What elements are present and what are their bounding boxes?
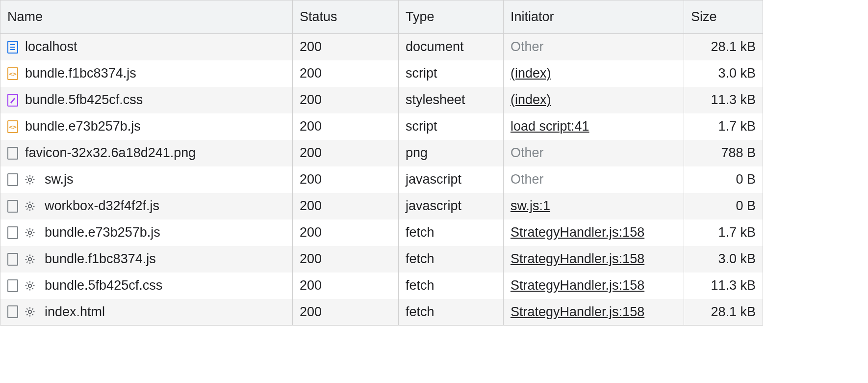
network-row[interactable]: bundle.5fb425cf.css200stylesheet(index)1… [0,87,763,113]
initiator-cell[interactable]: (index) [504,60,684,87]
svg-line-47 [32,261,33,262]
script-file-icon: <> [7,67,18,80]
column-header-type[interactable]: Type [399,0,504,34]
name-cell[interactable]: sw.js [0,166,293,193]
status-cell: 200 [293,166,399,193]
network-row[interactable]: bundle.5fb425cf.css200fetchStrategyHandl… [0,273,763,299]
table-header-row: Name Status Type Initiator Size [0,0,763,34]
svg-line-19 [32,176,33,177]
resource-name: bundle.e73b257b.js [25,119,141,134]
svg-line-67 [32,314,33,315]
network-row[interactable]: bundle.e73b257b.js200fetchStrategyHandle… [0,219,763,246]
status-cell: 200 [293,60,399,87]
svg-line-68 [26,314,27,315]
size-cell: 1.7 kB [684,113,763,140]
initiator-text: Other [511,39,544,54]
name-cell[interactable]: workbox-d32f4f2f.js [0,193,293,219]
resource-name: bundle.5fb425cf.css [45,278,162,293]
type-cell: javascript [399,193,504,219]
column-header-size[interactable]: Size [684,0,763,34]
gear-icon [25,254,35,264]
status-cell: 200 [293,246,399,273]
resource-name: bundle.e73b257b.js [45,225,160,240]
generic-file-icon [7,200,18,213]
stylesheet-file-icon [7,94,18,107]
svg-rect-50 [8,280,18,292]
initiator-link[interactable]: sw.js:1 [511,198,550,213]
size-cell: 1.7 kB [684,219,763,246]
column-header-status[interactable]: Status [293,0,399,34]
initiator-cell[interactable]: StrategyHandler.js:158 [504,219,684,246]
status-cell: 200 [293,140,399,166]
column-header-initiator[interactable]: Initiator [504,0,684,34]
svg-rect-60 [8,306,18,318]
name-cell[interactable]: bundle.e73b257b.js [0,219,293,246]
network-row[interactable]: <>bundle.e73b257b.js200scriptload script… [0,113,763,140]
script-file-icon: <> [7,120,18,133]
name-cell[interactable]: index.html [0,299,293,326]
name-cell[interactable]: localhost [0,34,293,60]
type-cell: script [399,113,504,140]
initiator-link[interactable]: (index) [511,66,551,81]
name-cell[interactable]: <>bundle.f1bc8374.js [0,60,293,87]
initiator-cell[interactable]: StrategyHandler.js:158 [504,273,684,299]
gear-icon [25,201,35,211]
size-cell: 0 B [684,193,763,219]
resource-name: bundle.f1bc8374.js [25,66,136,81]
svg-line-27 [32,208,33,209]
gear-icon [25,307,35,317]
initiator-link[interactable]: load script:41 [511,119,589,134]
status-cell: 200 [293,193,399,219]
svg-line-58 [26,288,27,289]
initiator-cell[interactable]: load script:41 [504,113,684,140]
svg-rect-20 [8,200,18,212]
svg-rect-9 [8,147,18,159]
status-cell: 200 [293,113,399,140]
svg-point-51 [28,284,31,287]
svg-line-69 [32,309,33,310]
network-row[interactable]: localhost200documentOther28.1 kB [0,34,763,60]
size-cell: 788 B [684,140,763,166]
status-cell: 200 [293,273,399,299]
initiator-cell: Other [504,166,684,193]
resource-name: localhost [25,39,77,55]
network-row[interactable]: bundle.f1bc8374.js200fetchStrategyHandle… [0,246,763,273]
name-cell[interactable]: bundle.5fb425cf.css [0,87,293,113]
name-cell[interactable]: bundle.f1bc8374.js [0,246,293,273]
network-row[interactable]: <>bundle.f1bc8374.js200script(index)3.0 … [0,60,763,87]
name-cell[interactable]: bundle.5fb425cf.css [0,273,293,299]
svg-line-17 [32,182,33,183]
type-cell: document [399,34,504,60]
gear-icon [25,175,35,185]
svg-line-46 [26,256,27,257]
initiator-link[interactable]: StrategyHandler.js:158 [511,225,644,240]
svg-rect-10 [8,174,18,186]
initiator-link[interactable]: (index) [511,92,551,107]
column-header-name[interactable]: Name [0,0,293,34]
resource-name: favicon-32x32.6a18d241.png [25,145,196,161]
network-row[interactable]: index.html200fetchStrategyHandler.js:158… [0,299,763,326]
initiator-cell[interactable]: sw.js:1 [504,193,684,219]
network-row[interactable]: workbox-d32f4f2f.js200javascriptsw.js:10… [0,193,763,219]
initiator-text: Other [511,172,544,187]
initiator-cell[interactable]: (index) [504,87,684,113]
name-cell[interactable]: favicon-32x32.6a18d241.png [0,140,293,166]
initiator-cell[interactable]: StrategyHandler.js:158 [504,246,684,273]
initiator-link[interactable]: StrategyHandler.js:158 [511,304,644,319]
initiator-cell[interactable]: StrategyHandler.js:158 [504,299,684,326]
svg-point-61 [28,310,31,313]
type-cell: script [399,60,504,87]
size-cell: 0 B [684,166,763,193]
name-cell[interactable]: <>bundle.e73b257b.js [0,113,293,140]
svg-line-56 [26,282,27,283]
svg-line-16 [26,176,27,177]
svg-line-18 [26,182,27,183]
network-row[interactable]: favicon-32x32.6a18d241.png200pngOther788… [0,140,763,166]
initiator-link[interactable]: StrategyHandler.js:158 [511,251,644,266]
type-cell: stylesheet [399,87,504,113]
initiator-link[interactable]: StrategyHandler.js:158 [511,278,644,293]
status-cell: 200 [293,87,399,113]
network-row[interactable]: sw.js200javascriptOther0 B [0,166,763,193]
generic-file-icon [7,253,18,266]
svg-line-49 [32,256,33,257]
